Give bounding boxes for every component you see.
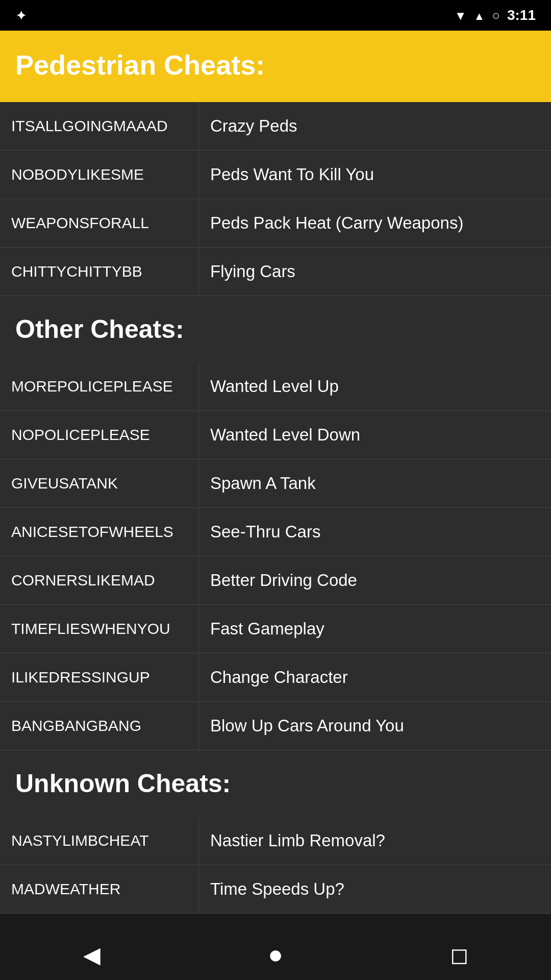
home-button[interactable] <box>260 939 291 970</box>
cheat-description: Spawn A Tank <box>199 459 551 507</box>
cheat-description: Wanted Level Up <box>199 362 551 410</box>
table-row: MOREPOLICEPLEASE Wanted Level Up <box>0 362 551 411</box>
page-title: Pedestrian Cheats: <box>15 49 536 81</box>
content-area: Pedestrian Cheats: ITSALLGOINGMAAAD Craz… <box>0 31 551 965</box>
cheat-code: BANGBANGBANG <box>0 702 199 750</box>
page-header: Pedestrian Cheats: <box>0 31 551 102</box>
table-row: WEAPONSFORALL Peds Pack Heat (Carry Weap… <box>0 199 551 248</box>
status-bar: ✦ 3:11 <box>0 0 551 31</box>
unknown-cheats-table: NASTYLIMBCHEAT Nastier Limb Removal? MAD… <box>0 817 551 914</box>
wifi-icon <box>455 7 467 23</box>
recents-button[interactable] <box>444 939 474 970</box>
table-row: ANICESETOFWHEELS See-Thru Cars <box>0 508 551 556</box>
cheat-description: Peds Want To Kill You <box>199 151 551 199</box>
cheat-code: MOREPOLICEPLEASE <box>0 362 199 410</box>
cheat-description: Time Speeds Up? <box>199 865 551 913</box>
cheat-code: MADWEATHER <box>0 865 199 913</box>
battery-icon <box>492 7 500 23</box>
cheat-description: Change Character <box>199 653 551 701</box>
table-row: MADWEATHER Time Speeds Up? <box>0 865 551 914</box>
other-cheats-table: MOREPOLICEPLEASE Wanted Level Up NOPOLIC… <box>0 362 551 750</box>
cheat-code: ANICESETOFWHEELS <box>0 508 199 556</box>
cheat-code: TIMEFLIESWHENYOU <box>0 605 199 653</box>
cheat-description: Blow Up Cars Around You <box>199 702 551 750</box>
table-row: CORNERSLIKEMAD Better Driving Code <box>0 556 551 605</box>
other-cheats-section-header: Other Cheats: <box>0 296 551 362</box>
cheat-description: Flying Cars <box>199 248 551 296</box>
table-row: GIVEUSATANK Spawn A Tank <box>0 459 551 508</box>
cheat-code: NASTYLIMBCHEAT <box>0 817 199 865</box>
unknown-cheats-section-header: Unknown Cheats: <box>0 750 551 817</box>
cheat-code: ITSALLGOINGMAAAD <box>0 102 199 150</box>
cheat-description: See-Thru Cars <box>199 508 551 556</box>
cheat-code: NOBODYLIKESME <box>0 151 199 199</box>
cheat-code: WEAPONSFORALL <box>0 199 199 247</box>
cheat-code: NOPOLICEPLEASE <box>0 411 199 459</box>
status-right: 3:11 <box>455 7 536 23</box>
table-row: ILIKEDRESSINGUP Change Character <box>0 653 551 702</box>
back-button[interactable] <box>77 939 107 970</box>
table-row: TIMEFLIESWHENYOU Fast Gameplay <box>0 605 551 653</box>
pedestrian-cheats-table: ITSALLGOINGMAAAD Crazy Peds NOBODYLIKESM… <box>0 102 551 296</box>
table-row: NASTYLIMBCHEAT Nastier Limb Removal? <box>0 817 551 865</box>
cheat-code: CORNERSLIKEMAD <box>0 556 199 604</box>
table-row: NOPOLICEPLEASE Wanted Level Down <box>0 411 551 459</box>
cheat-description: Fast Gameplay <box>199 605 551 653</box>
cheat-code: ILIKEDRESSINGUP <box>0 653 199 701</box>
cheat-description: Peds Pack Heat (Carry Weapons) <box>199 199 551 247</box>
cheat-description: Crazy Peds <box>199 102 551 150</box>
time-display: 3:11 <box>507 7 536 23</box>
navigation-bar <box>0 929 551 980</box>
cheat-description: Nastier Limb Removal? <box>199 817 551 865</box>
status-left: ✦ <box>15 7 27 24</box>
table-row: NOBODYLIKESME Peds Want To Kill You <box>0 151 551 199</box>
cheat-code: GIVEUSATANK <box>0 459 199 507</box>
table-row: CHITTYCHITTYBB Flying Cars <box>0 248 551 296</box>
cheat-code: CHITTYCHITTYBB <box>0 248 199 296</box>
signal-icon <box>473 7 485 23</box>
table-row: ITSALLGOINGMAAAD Crazy Peds <box>0 102 551 151</box>
cheat-description: Wanted Level Down <box>199 411 551 459</box>
cheat-description: Better Driving Code <box>199 556 551 604</box>
table-row: BANGBANGBANG Blow Up Cars Around You <box>0 702 551 750</box>
app-icon: ✦ <box>15 7 27 24</box>
